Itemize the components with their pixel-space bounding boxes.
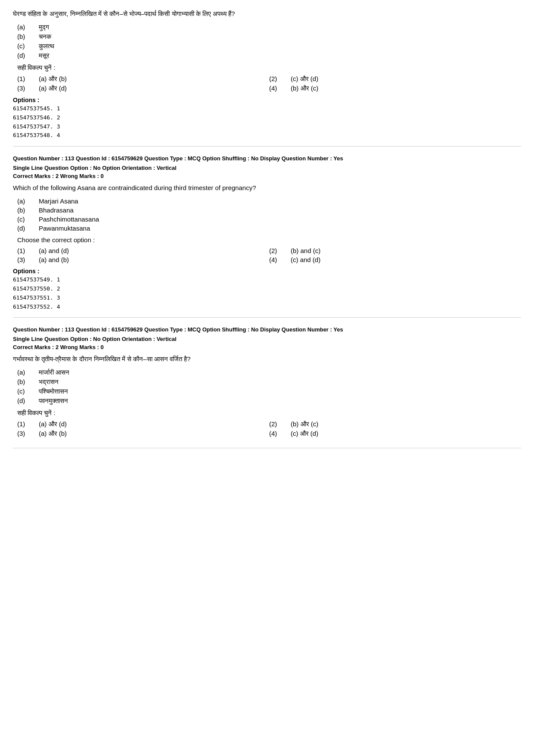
list-item: (c) कुलत्थ	[17, 42, 521, 50]
list-item: (d) Pawanmuktasana	[17, 225, 521, 232]
answer-item: (3) (a) और (b)	[17, 430, 269, 437]
option-text: चनक	[39, 33, 51, 41]
answer-text: (c) और (d)	[291, 75, 318, 83]
answer-item: (1) (a) and (d)	[17, 247, 269, 254]
option-text: पश्चिमोत्तासन	[39, 387, 68, 395]
options-title: Options :	[13, 268, 521, 275]
option-text: Bhadrasana	[39, 206, 74, 214]
answer-item: (1) (a) और (d)	[17, 420, 269, 428]
answer-num: (3)	[17, 430, 39, 437]
option-text: मुद्ग	[39, 23, 49, 31]
answer-text: (b) और (c)	[291, 84, 318, 92]
option-code: 61547537548. 4	[13, 131, 521, 140]
option-text: Pashchimottanasana	[39, 216, 99, 223]
list-item: (d) पवनमुक्तासन	[17, 397, 521, 405]
option-code: 61547537546. 2	[13, 113, 521, 122]
options-list-3: (a) मार्जारी आसन (b) भद्रासन (c) पश्चिमो…	[17, 369, 521, 405]
answer-num: (3)	[17, 256, 39, 263]
answer-num: (2)	[269, 247, 291, 254]
question-meta-1: Question Number : 113 Question Id : 6154…	[13, 325, 521, 334]
answer-text: (b) and (c)	[291, 247, 320, 254]
option-text: मसूर	[39, 52, 50, 59]
answer-text: (a) और (d)	[39, 84, 67, 92]
option-label: (d)	[17, 397, 39, 404]
list-item: (a) मुद्ग	[17, 23, 521, 31]
options-list-1: (a) मुद्ग (b) चनक (c) कुलत्थ (d) मसूर	[17, 23, 521, 59]
list-item: (b) भद्रासन	[17, 378, 521, 386]
answer-grid-2: (1) (a) and (d) (2) (b) and (c) (3) (a) …	[17, 247, 521, 263]
option-label: (d)	[17, 225, 39, 232]
answer-item: (3) (a) और (d)	[17, 84, 269, 92]
option-text: कुलत्थ	[39, 42, 54, 50]
answer-num: (3)	[17, 84, 39, 92]
list-item: (a) मार्जारी आसन	[17, 369, 521, 376]
option-label: (c)	[17, 42, 39, 50]
option-label: (b)	[17, 378, 39, 385]
option-text: मार्जारी आसन	[39, 369, 69, 376]
question-block-1: घेरण्ड संहिता के अनुसार, निम्नलिखित में …	[13, 9, 521, 147]
answer-grid-3: (1) (a) और (d) (2) (b) और (c) (3) (a) और…	[17, 420, 521, 437]
option-label: (d)	[17, 52, 39, 59]
answer-num: (1)	[17, 247, 39, 254]
answer-num: (4)	[269, 256, 291, 263]
answer-text: (a) and (d)	[39, 247, 69, 254]
answer-text: (a) और (d)	[39, 420, 67, 428]
option-label: (b)	[17, 206, 39, 214]
answer-text: (a) and (b)	[39, 256, 69, 263]
answer-item: (4) (c) and (d)	[269, 256, 521, 263]
option-code: 61547537545. 1	[13, 104, 521, 113]
list-item: (b) चनक	[17, 33, 521, 41]
question-block-2: Question Number : 113 Question Id : 6154…	[13, 154, 521, 318]
option-code: 61547537549. 1	[13, 275, 521, 284]
answer-item: (1) (a) और (b)	[17, 75, 269, 83]
options-section-2: Options : 61547537549. 1 61547537550. 2 …	[13, 268, 521, 311]
question-meta-2: Single Line Question Option : No Option …	[13, 335, 521, 344]
answer-num: (1)	[17, 420, 39, 428]
answer-num: (2)	[269, 420, 291, 428]
answer-text: (a) और (b)	[39, 75, 67, 83]
answer-text: (c) and (d)	[291, 256, 320, 263]
option-code: 61547537550. 2	[13, 284, 521, 294]
answer-item: (2) (c) और (d)	[269, 75, 521, 83]
answer-item: (3) (a) and (b)	[17, 256, 269, 263]
question-meta-1: Question Number : 113 Question Id : 6154…	[13, 154, 521, 163]
options-list-2: (a) Marjari Asana (b) Bhadrasana (c) Pas…	[17, 197, 521, 232]
options-title: Options :	[13, 97, 521, 103]
choose-label-1: सही विकल्प चुनें :	[17, 64, 521, 72]
question-text-1: घेरण्ड संहिता के अनुसार, निम्नलिखित में …	[13, 9, 521, 19]
list-item: (c) पश्चिमोत्तासन	[17, 387, 521, 395]
option-code: 61547537547. 3	[13, 122, 521, 131]
option-label: (a)	[17, 369, 39, 376]
option-code: 61547537551. 3	[13, 294, 521, 303]
option-text: भद्रासन	[39, 378, 59, 386]
answer-item: (2) (b) and (c)	[269, 247, 521, 254]
answer-num: (2)	[269, 75, 291, 82]
question-text-3: गर्भावस्था के तृतीय-त्रैमास के दौरान निम…	[13, 354, 521, 364]
question-text-2: Which of the following Asana are contrai…	[13, 183, 521, 193]
option-label: (b)	[17, 33, 39, 40]
option-text: Marjari Asana	[39, 197, 78, 205]
option-label: (a)	[17, 23, 39, 31]
answer-num: (4)	[269, 430, 291, 437]
choose-label-2: Choose the correct option :	[17, 236, 521, 244]
list-item: (b) Bhadrasana	[17, 206, 521, 214]
answer-grid-1: (1) (a) और (b) (2) (c) और (d) (3) (a) और…	[17, 75, 521, 92]
answer-item: (2) (b) और (c)	[269, 420, 521, 428]
option-text: पवनमुक्तासन	[39, 397, 68, 405]
option-label: (c)	[17, 216, 39, 223]
question-meta-2: Single Line Question Option : No Option …	[13, 164, 521, 172]
question-marks: Correct Marks : 2 Wrong Marks : 0	[13, 344, 521, 350]
list-item: (d) मसूर	[17, 52, 521, 59]
answer-text: (a) और (b)	[39, 430, 67, 437]
option-label: (c)	[17, 387, 39, 395]
option-label: (a)	[17, 197, 39, 205]
answer-item: (4) (b) और (c)	[269, 84, 521, 92]
answer-text: (c) और (d)	[291, 430, 318, 437]
options-section-1: Options : 61547537545. 1 61547537546. 2 …	[13, 97, 521, 140]
answer-num: (4)	[269, 84, 291, 92]
option-code: 61547537552. 4	[13, 303, 521, 312]
answer-item: (4) (c) और (d)	[269, 430, 521, 437]
answer-text: (b) और (c)	[291, 420, 318, 428]
list-item: (c) Pashchimottanasana	[17, 216, 521, 223]
choose-label-3: सही विकल्प चुनें :	[17, 409, 521, 417]
